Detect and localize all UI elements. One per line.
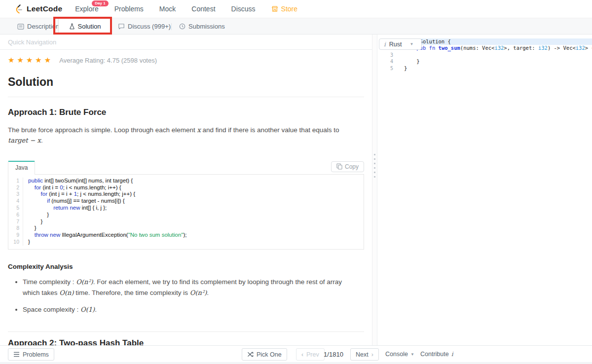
line-number: 10 <box>8 239 23 246</box>
star-rating[interactable]: ★★★★★ <box>8 56 53 65</box>
top-navbar: LeetCode Explore Day 1 Problems Mock Con… <box>0 0 592 18</box>
panel-splitter[interactable] <box>372 35 377 345</box>
complexity-heading: Complexity Analysis <box>8 263 364 270</box>
article-title: Solution <box>8 75 364 89</box>
approach1-intro: The brute force approach is simple. Loop… <box>8 125 356 146</box>
language-value: Rust <box>389 41 402 48</box>
nav-item-explore[interactable]: Explore Day 1 <box>75 5 98 13</box>
code-line: 9 throw new IllegalArgumentException("No… <box>8 232 364 239</box>
code-text: for (int j = i + 1; j < nums.length; j++… <box>23 191 135 198</box>
rating-row: ★★★★★ Average Rating: 4.75 (2598 votes) <box>8 56 364 65</box>
next-button[interactable]: Next › <box>350 348 379 361</box>
line-number: 8 <box>8 225 23 232</box>
leetcode-app: LeetCode Explore Day 1 Problems Mock Con… <box>0 0 592 364</box>
nav-item-mock[interactable]: Mock <box>159 5 176 13</box>
line-number: 4 <box>377 58 394 65</box>
code-text: pub fn two_sum(nums: Vec<i32>, target: i… <box>402 45 592 51</box>
clock-icon <box>179 23 185 30</box>
divider <box>8 331 364 332</box>
code-text: } <box>402 65 592 72</box>
star-icon[interactable]: ★ <box>35 56 44 64</box>
code-line: 4 } <box>377 58 592 65</box>
star-icon[interactable]: ★ <box>17 56 26 64</box>
copy-icon <box>336 163 342 170</box>
code-text: } <box>23 225 37 232</box>
code-text: for (int i = 0; i < nums.length; i++) { <box>23 184 121 191</box>
chevron-right-icon: › <box>371 351 373 358</box>
divider <box>8 97 364 97</box>
chevron-left-icon: ‹ <box>301 351 303 358</box>
math-expression: O(n²) <box>190 289 207 296</box>
approach1-heading: Approach 1: Brute Force <box>8 108 364 117</box>
code-text: } <box>23 239 30 246</box>
code-text <box>402 52 592 58</box>
tab-separator <box>171 23 172 30</box>
info-icon: i <box>451 348 453 361</box>
chevron-down-icon: ▼ <box>410 348 414 361</box>
line-number: 6 <box>8 212 23 218</box>
code-line: 2 for (int i = 0; i < nums.length; i++) … <box>8 184 364 191</box>
code-line: 7 } <box>8 218 364 225</box>
panel-tab-bar: Description Solution Discuss (999+) Subm… <box>0 18 592 35</box>
nav-item-contest[interactable]: Contest <box>191 5 215 13</box>
code-text: } <box>402 58 592 65</box>
quick-navigation-label: Quick Navigation <box>8 38 56 46</box>
code-tab-row: Java Copy <box>8 161 364 174</box>
shuffle-icon <box>247 352 254 357</box>
code-card: Java Copy 1public int[] twoSum(int[] num… <box>8 161 364 250</box>
code-line: 3 <box>377 52 592 58</box>
chevron-down-icon: ▼ <box>410 42 414 46</box>
line-number: 3 <box>377 52 394 58</box>
splitter-drag-handle-icon[interactable] <box>372 151 377 181</box>
fold-spacer <box>394 58 402 65</box>
day-badge: Day 1 <box>92 0 108 6</box>
problem-counter: 1/1810 <box>320 348 347 361</box>
description-icon <box>17 24 24 30</box>
tab-discuss[interactable]: Discuss (999+) <box>118 18 171 35</box>
language-selector[interactable]: i Rust ▼ <box>379 38 422 50</box>
code-line: 10} <box>8 239 364 246</box>
code-line: 6 } <box>8 212 364 218</box>
tab-solution[interactable]: Solution <box>58 18 111 35</box>
math-expression: O(n²) <box>76 278 93 286</box>
code-text: throw new IllegalArgumentException("No t… <box>23 232 186 239</box>
complexity-bullet-space: Space complexity : O(1). <box>23 304 353 315</box>
code-line: 3 for (int j = i + 1; j < nums.length; j… <box>8 191 364 198</box>
quick-navigation-bar[interactable]: Quick Navigation <box>0 35 372 50</box>
code-line: 4 if (nums[j] == target - nums[i]) { <box>8 198 364 205</box>
code-text: } <box>23 218 42 225</box>
pick-one-button[interactable]: Pick One <box>242 348 287 361</box>
math-expression: target − x <box>8 137 41 144</box>
code-line: 5} <box>377 65 592 72</box>
star-icon[interactable]: ★ <box>8 56 17 64</box>
code-text: } <box>23 212 49 218</box>
editor-info-icon: i <box>384 41 386 48</box>
line-number: 2 <box>8 184 23 191</box>
main-split: Quick Navigation ★★★★★ Average Rating: 4… <box>0 35 592 345</box>
math-expression: x <box>197 126 200 134</box>
approach2-heading: Approach 2: Two-pass Hash Table <box>8 338 364 345</box>
code-line: 1public int[] twoSum(int[] nums, int tar… <box>8 178 364 184</box>
article-content: ★★★★★ Average Rating: 4.75 (2598 votes) … <box>0 56 372 345</box>
nav-item-discuss[interactable]: Discuss <box>231 5 256 13</box>
console-toggle[interactable]: Console ▼ <box>385 348 414 361</box>
nav-item-problems[interactable]: Problems <box>114 5 144 13</box>
code-text: impl Solution { <box>402 38 592 45</box>
nav-item-store[interactable]: Store <box>271 5 297 13</box>
line-number: 5 <box>8 205 23 212</box>
tab-submissions[interactable]: Submissions <box>179 18 225 35</box>
solution-article-panel: Quick Navigation ★★★★★ Average Rating: 4… <box>0 35 372 345</box>
comment-icon <box>118 23 125 30</box>
copy-button[interactable]: Copy <box>331 161 364 172</box>
problems-button[interactable]: Problems <box>8 348 54 361</box>
code-editor-panel[interactable]: 1▼impl Solution {2▼ pub fn two_sum(nums:… <box>377 35 592 345</box>
code-language-tab[interactable]: Java <box>8 161 35 175</box>
tab-description[interactable]: Description <box>17 18 59 35</box>
star-icon[interactable]: ★ <box>26 56 35 64</box>
star-icon[interactable]: ★ <box>44 56 53 64</box>
math-expression: O(1) <box>80 306 95 313</box>
leetcode-logo[interactable]: LeetCode <box>14 3 62 14</box>
fold-spacer <box>394 65 402 72</box>
math-expression: O(n) <box>59 289 74 296</box>
contribute-link[interactable]: Contribute i <box>420 348 453 361</box>
